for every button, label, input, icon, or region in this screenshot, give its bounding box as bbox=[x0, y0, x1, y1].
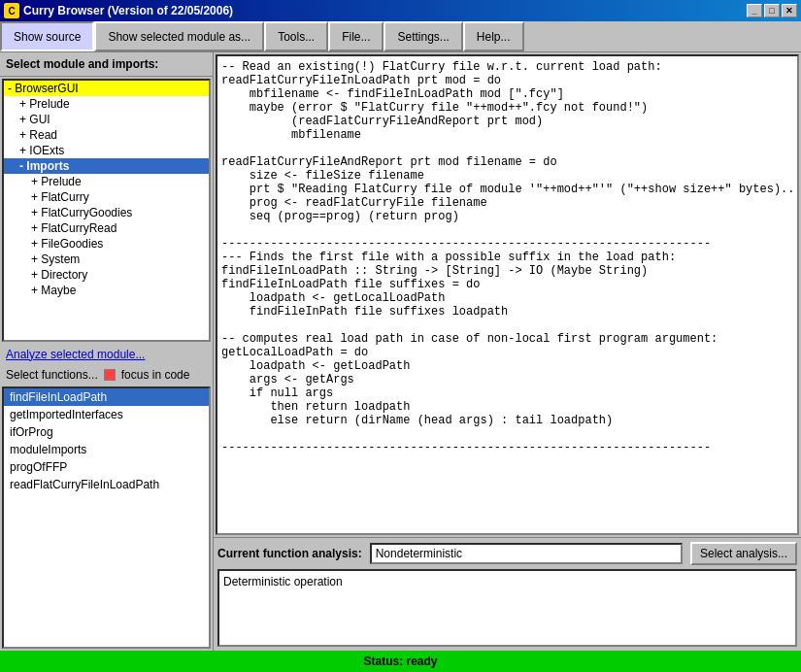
tree-item-imports[interactable]: - Imports bbox=[4, 158, 209, 174]
analyze-section: Analyze selected module... bbox=[0, 344, 213, 365]
help-button[interactable]: Help... bbox=[463, 21, 524, 51]
window-title: Curry Browser (Version of 22/05/2006) bbox=[23, 4, 233, 17]
title-bar: C Curry Browser (Version of 22/05/2006) … bbox=[0, 0, 801, 21]
tree-item-ioexts[interactable]: + IOExts bbox=[4, 143, 209, 158]
focus-checkbox[interactable] bbox=[104, 369, 116, 381]
code-area[interactable]: -- Read an existing(!) FlatCurry file w.… bbox=[216, 54, 799, 535]
status-bar: Status: ready bbox=[0, 651, 801, 672]
show-selected-module-button[interactable]: Show selected module as... bbox=[94, 21, 264, 51]
analyze-link[interactable]: Analyze selected module... bbox=[6, 348, 145, 361]
select-functions-label: Select functions... bbox=[6, 368, 98, 382]
analysis-label: Current function analysis: bbox=[217, 547, 362, 560]
function-item-moduleimports[interactable]: moduleImports bbox=[4, 441, 209, 458]
analysis-section: Current function analysis: Nondeterminis… bbox=[214, 537, 801, 651]
tree-item-directory[interactable]: + Directory bbox=[4, 267, 209, 283]
analysis-output: Deterministic operation bbox=[217, 569, 797, 647]
function-item-readflatcurryfileinloadpath[interactable]: readFlatCurryFileInLoadPath bbox=[4, 476, 209, 493]
tools-button[interactable]: Tools... bbox=[264, 21, 328, 51]
maximize-button[interactable]: □ bbox=[764, 4, 780, 17]
tree-item-prelude1[interactable]: + Prelude bbox=[4, 96, 209, 112]
module-header: Select module and imports: bbox=[0, 52, 213, 77]
analysis-value: Nondeterministic bbox=[370, 543, 683, 564]
tree-item-system[interactable]: + System bbox=[4, 252, 209, 267]
left-panel: Select module and imports: - BrowserGUI … bbox=[0, 52, 214, 651]
analysis-row: Current function analysis: Nondeterminis… bbox=[217, 542, 797, 565]
status-text: Status: ready bbox=[363, 655, 437, 668]
tree-item-gui[interactable]: + GUI bbox=[4, 112, 209, 127]
app-icon: C bbox=[4, 3, 19, 18]
tree-item-read[interactable]: + Read bbox=[4, 127, 209, 143]
tree-item-flatcurry-read[interactable]: + FlatCurryRead bbox=[4, 220, 209, 236]
select-functions-row: Select functions... focus in code bbox=[0, 365, 213, 385]
toolbar: Show source Show selected module as... T… bbox=[0, 21, 801, 52]
main-container: Show source Show selected module as... T… bbox=[0, 21, 801, 672]
tree-item-browser-gui[interactable]: - BrowserGUI bbox=[4, 81, 209, 96]
window-controls[interactable]: _ □ ✕ bbox=[747, 4, 797, 17]
tree-item-maybe[interactable]: + Maybe bbox=[4, 283, 209, 298]
function-item-findfileinloadpath[interactable]: findFileInLoadPath bbox=[4, 388, 209, 406]
function-item-iforprog[interactable]: ifOrProg bbox=[4, 423, 209, 441]
content-area: Select module and imports: - BrowserGUI … bbox=[0, 52, 801, 651]
tree-item-file-goodies[interactable]: + FileGoodies bbox=[4, 236, 209, 252]
minimize-button[interactable]: _ bbox=[747, 4, 762, 17]
tree-item-flatcurry[interactable]: + FlatCurry bbox=[4, 189, 209, 205]
close-button[interactable]: ✕ bbox=[782, 4, 797, 17]
tree-item-flatcurry-goodies[interactable]: + FlatCurryGoodies bbox=[4, 205, 209, 220]
tree-container[interactable]: - BrowserGUI + Prelude + GUI + Read + IO… bbox=[2, 79, 211, 342]
select-analysis-button[interactable]: Select analysis... bbox=[690, 542, 797, 565]
functions-list[interactable]: findFileInLoadPath getImportedInterfaces… bbox=[2, 386, 211, 650]
right-panel: -- Read an existing(!) FlatCurry file w.… bbox=[214, 52, 801, 651]
focus-in-code-label: focus in code bbox=[121, 368, 190, 382]
title-bar-left: C Curry Browser (Version of 22/05/2006) bbox=[4, 3, 233, 18]
function-item-getimportedinterfaces[interactable]: getImportedInterfaces bbox=[4, 406, 209, 423]
settings-button[interactable]: Settings... bbox=[384, 21, 462, 51]
function-item-progofffp[interactable]: progOfFFP bbox=[4, 458, 209, 476]
show-source-button[interactable]: Show source bbox=[0, 21, 94, 51]
tree-item-prelude2[interactable]: + Prelude bbox=[4, 174, 209, 189]
file-button[interactable]: File... bbox=[328, 21, 384, 51]
